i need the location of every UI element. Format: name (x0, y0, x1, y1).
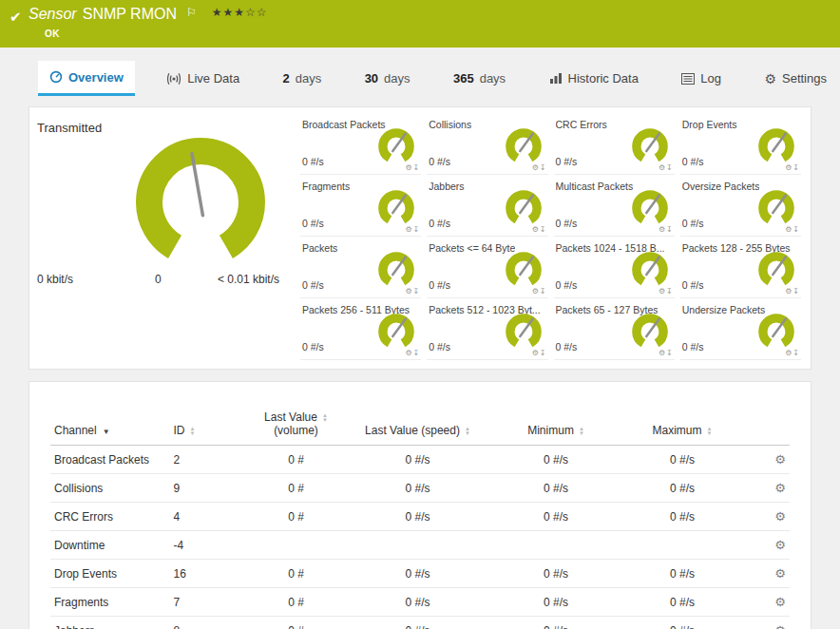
gauge-gear-icon[interactable]: ⚙ (532, 287, 540, 295)
tab-settings[interactable]: ⚙ Settings (753, 61, 838, 96)
channel-row[interactable]: CRC Errors 4 0 # 0 #/s 0 #/s 0 #/s ⚙ (50, 503, 790, 531)
channel-gauge-tile[interactable]: Fragments 0 #/s ⚙↧ (300, 175, 421, 237)
transmitted-gauge[interactable]: Transmitted 0 kbit/s 0 < 0.01 kbit/s (29, 107, 300, 369)
channel-row[interactable]: Fragments 7 0 # 0 #/s 0 #/s 0 #/s ⚙ (50, 588, 790, 617)
gauge-value: 0 #/s (556, 156, 578, 167)
gauge-pin-icon[interactable]: ↧ (792, 287, 800, 295)
gauge-gear-icon[interactable]: ⚙ (532, 225, 540, 234)
gauge-pin-icon[interactable]: ↧ (666, 349, 674, 357)
transmitted-scale-min: 0 (155, 273, 162, 286)
settings-gear-icon: ⚙ (764, 71, 776, 86)
channel-gauge-tile[interactable]: CRC Errors 0 #/s ⚙↧ (554, 113, 675, 175)
channel-gauge-grid: Broadcast Packets 0 #/s ⚙↧ Collisions 0 … (300, 113, 801, 362)
ok-check-icon: ✔ (10, 9, 22, 26)
channel-minimum: 0 #/s (489, 588, 623, 617)
tab-historic-data[interactable]: Historic Data (538, 61, 650, 96)
gauge-pin-icon[interactable]: ↧ (540, 225, 547, 234)
tab-log[interactable]: Log (670, 61, 733, 96)
channel-gauge-tile[interactable]: Packets 65 - 127 Bytes 0 #/s ⚙↧ (554, 298, 675, 360)
channel-settings-icon[interactable]: ⚙ (774, 452, 786, 467)
column-header-channel[interactable]: Channel▼ (50, 407, 169, 446)
live-data-icon (166, 72, 181, 86)
tab-2-days[interactable]: 2 days (272, 61, 334, 96)
table-header-row: Channel▼ ID▲▼ Last Value▲▼(volume) Last … (50, 407, 790, 446)
gauge-pin-icon[interactable]: ↧ (666, 225, 674, 234)
flag-icon[interactable]: ⚐ (186, 6, 197, 19)
channel-settings-icon[interactable]: ⚙ (774, 623, 786, 629)
priority-stars[interactable]: ★★★☆☆ (212, 6, 268, 19)
channel-gauge-tile[interactable]: Packets 1024 - 1518 B... 0 #/s ⚙↧ (554, 237, 675, 298)
channel-settings-icon[interactable]: ⚙ (774, 481, 786, 495)
gauge-pin-icon[interactable]: ↧ (413, 225, 421, 234)
channel-gauge-tile[interactable]: Oversize Packets 0 #/s ⚙↧ (680, 175, 801, 237)
channel-settings-icon[interactable]: ⚙ (774, 509, 786, 524)
gauge-pin-icon[interactable]: ↧ (792, 163, 800, 172)
column-header-last-value-speed[interactable]: Last Value (speed)▲▼ (346, 407, 489, 446)
channel-gauge-tile[interactable]: Undersize Packets 0 #/s ⚙↧ (680, 298, 801, 360)
gauge-gear-icon[interactable]: ⚙ (405, 163, 412, 172)
channel-gauge-tile[interactable]: Multicast Packets 0 #/s ⚙↧ (554, 175, 675, 237)
tab-30-days[interactable]: 30 days (353, 61, 422, 96)
channel-gauge-tile[interactable]: Packets 256 - 511 Bytes 0 #/s ⚙↧ (300, 298, 421, 360)
gauge-pin-icon[interactable]: ↧ (792, 349, 800, 357)
tab-bar: Overview Live Data 2 days 30 days 365 da… (0, 61, 840, 96)
gauge-gear-icon[interactable]: ⚙ (659, 225, 666, 234)
gauge-gear-icon[interactable]: ⚙ (405, 287, 412, 295)
gauge-pin-icon[interactable]: ↧ (413, 349, 421, 357)
gauge-label: Drop Events (682, 119, 737, 130)
channel-name: Broadcast Packets (50, 446, 169, 474)
channel-gauge-tile[interactable]: Packets 0 #/s ⚙↧ (300, 237, 421, 298)
tab-365-days[interactable]: 365 days (442, 61, 517, 96)
gauge-pin-icon[interactable]: ↧ (792, 225, 800, 234)
gauge-gear-icon[interactable]: ⚙ (405, 225, 412, 234)
gauge-pin-icon[interactable]: ↧ (413, 163, 421, 172)
tab-live-data-label: Live Data (187, 71, 239, 86)
gauge-gear-icon[interactable]: ⚙ (659, 349, 666, 357)
channel-gauge-tile[interactable]: Packets <= 64 Byte 0 #/s ⚙↧ (427, 237, 547, 298)
channel-gauge-tile[interactable]: Packets 128 - 255 Bytes 0 #/s ⚙↧ (680, 237, 801, 298)
channel-name: CRC Errors (50, 503, 169, 531)
mini-gauge-dial (374, 310, 418, 353)
channel-id: 4 (169, 503, 245, 531)
channel-id: 16 (169, 560, 245, 588)
gauge-pin-icon[interactable]: ↧ (540, 349, 547, 357)
channel-settings-icon[interactable]: ⚙ (774, 595, 786, 609)
channel-gauge-tile[interactable]: Packets 512 - 1023 Byt... 0 #/s ⚙↧ (427, 298, 547, 360)
channel-gauge-tile[interactable]: Collisions 0 #/s ⚙↧ (427, 113, 547, 175)
channel-last-value-volume: 0 # (246, 503, 346, 531)
column-header-id[interactable]: ID▲▼ (169, 407, 245, 446)
gauge-gear-icon[interactable]: ⚙ (405, 349, 412, 357)
gauge-pin-icon[interactable]: ↧ (413, 287, 421, 295)
column-header-minimum[interactable]: Minimum▲▼ (489, 407, 623, 446)
sensor-kind-label: Sensor (29, 6, 77, 22)
gauge-gear-icon[interactable]: ⚙ (532, 349, 540, 357)
column-header-last-value-volume[interactable]: Last Value▲▼(volume) (246, 407, 346, 446)
gauge-pin-icon[interactable]: ↧ (540, 163, 547, 172)
channel-row[interactable]: Broadcast Packets 2 0 # 0 #/s 0 #/s 0 #/… (50, 446, 790, 474)
log-list-icon (681, 73, 695, 85)
mini-gauge-dial (754, 310, 798, 353)
channel-gauge-tile[interactable]: Drop Events 0 #/s ⚙↧ (680, 113, 801, 175)
gauge-gear-icon[interactable]: ⚙ (532, 163, 540, 172)
channel-settings-icon[interactable]: ⚙ (774, 566, 786, 581)
channel-gauge-tile[interactable]: Broadcast Packets 0 #/s ⚙↧ (300, 113, 421, 175)
gauge-pin-icon[interactable]: ↧ (666, 163, 674, 172)
mini-gauge-dial (628, 310, 672, 353)
tab-overview[interactable]: Overview (38, 61, 135, 96)
channel-row[interactable]: Collisions 9 0 # 0 #/s 0 #/s 0 #/s ⚙ (50, 474, 790, 503)
tab-365-days-number: 365 (453, 71, 474, 86)
tab-log-label: Log (700, 71, 721, 86)
column-header-maximum[interactable]: Maximum▲▼ (622, 407, 741, 446)
sort-icon: ▲▼ (189, 427, 195, 436)
tab-live-data[interactable]: Live Data (155, 61, 251, 96)
channel-row[interactable]: Downtime -4 ⚙ (50, 531, 790, 560)
gauge-gear-icon[interactable]: ⚙ (659, 287, 666, 295)
gauge-pin-icon[interactable]: ↧ (540, 287, 547, 295)
mini-gauge-dial (502, 124, 545, 168)
channel-gauge-tile[interactable]: Jabbers 0 #/s ⚙↧ (427, 175, 547, 237)
channel-settings-icon[interactable]: ⚙ (774, 538, 786, 552)
gauge-pin-icon[interactable]: ↧ (666, 287, 674, 295)
gauge-gear-icon[interactable]: ⚙ (659, 163, 666, 172)
channel-row[interactable]: Jabbers 8 0 # 0 #/s 0 #/s 0 #/s ⚙ (50, 617, 790, 629)
channel-row[interactable]: Drop Events 16 0 # 0 #/s 0 #/s 0 #/s ⚙ (50, 560, 790, 588)
